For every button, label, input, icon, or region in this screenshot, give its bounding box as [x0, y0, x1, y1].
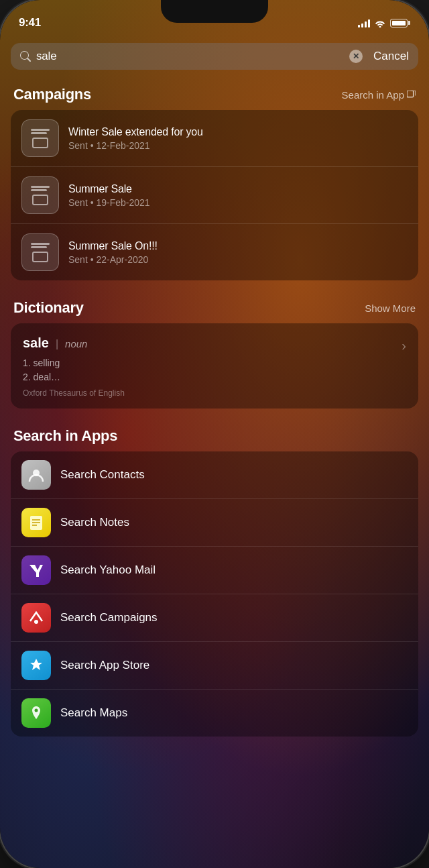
campaigns-app-icon [21, 603, 51, 633]
search-query[interactable]: sale [36, 50, 344, 63]
dictionary-def-2: 2. deal… [23, 370, 125, 384]
search-in-apps-header: Search in Apps [11, 419, 418, 451]
contacts-app-icon [21, 460, 51, 490]
app-label: Search App Store [60, 659, 149, 672]
dictionary-word-line: sale | noun [23, 335, 125, 351]
search-in-apps-card: Search Contacts Search Notes [11, 451, 418, 737]
wifi-icon [375, 19, 385, 28]
campaign-info: Winter Sale extended for you Sent • 12-F… [68, 126, 408, 151]
app-label: Search Campaigns [60, 611, 158, 625]
app-label: Search Contacts [60, 468, 145, 482]
campaign-icon [21, 119, 59, 157]
dictionary-divider: | [56, 338, 58, 350]
main-content: Campaigns Search in App [0, 78, 429, 774]
table-row[interactable]: Summer Sale On!!! Sent • 22-Apr-2020 [11, 223, 418, 280]
status-time: 9:41 [19, 16, 41, 30]
campaign-title: Summer Sale On!!! [68, 240, 408, 252]
app-label: Search Maps [60, 706, 127, 720]
campaign-title: Summer Sale [68, 183, 408, 195]
svg-point-6 [34, 620, 38, 624]
list-item[interactable]: Search Notes [11, 498, 418, 546]
campaigns-card: Winter Sale extended for you Sent • 12-F… [11, 110, 418, 280]
campaign-title: Winter Sale extended for you [68, 126, 408, 138]
dictionary-word: sale [23, 335, 49, 351]
svg-point-7 [35, 709, 38, 712]
dictionary-pos: noun [65, 338, 87, 349]
search-container: sale ✕ Cancel [0, 36, 429, 78]
dictionary-section-header: Dictionary Show More [11, 291, 418, 323]
list-item[interactable]: Search Campaigns [11, 594, 418, 641]
status-icons [358, 19, 410, 28]
list-item[interactable]: Search Contacts [11, 451, 418, 498]
search-clear-button[interactable]: ✕ [349, 50, 363, 63]
campaign-subtitle: Sent • 22-Apr-2020 [68, 254, 408, 265]
dictionary-def-1: 1. selling [23, 356, 125, 370]
app-label: Search Notes [60, 516, 129, 529]
search-cancel-button[interactable]: Cancel [368, 50, 409, 63]
search-in-apps-title: Search in Apps [13, 427, 117, 445]
dictionary-section-title: Dictionary [13, 299, 84, 317]
signal-icon [358, 19, 370, 28]
list-item[interactable]: Search App Store [11, 641, 418, 689]
svg-rect-0 [407, 91, 414, 97]
external-link-icon [407, 91, 416, 99]
maps-app-icon [21, 698, 51, 728]
app-label: Search Yahoo Mail [60, 563, 156, 577]
campaign-subtitle: Sent • 19-Feb-2021 [68, 197, 408, 208]
chevron-right-icon: › [402, 338, 406, 354]
app-store-icon [21, 651, 51, 680]
campaign-info: Summer Sale On!!! Sent • 22-Apr-2020 [68, 240, 408, 265]
table-row[interactable]: Winter Sale extended for you Sent • 12-F… [11, 110, 418, 166]
campaign-info: Summer Sale Sent • 19-Feb-2021 [68, 183, 408, 208]
search-icon [20, 51, 31, 62]
yahoo-mail-app-icon [21, 555, 51, 585]
notes-app-icon [21, 508, 51, 537]
dictionary-content: sale | noun 1. selling 2. deal… Oxford T… [23, 335, 125, 398]
campaign-icon [21, 176, 59, 214]
list-item[interactable]: Search Yahoo Mail [11, 546, 418, 594]
campaign-subtitle: Sent • 12-Feb-2021 [68, 140, 408, 151]
search-bar[interactable]: sale ✕ Cancel [11, 43, 418, 70]
campaigns-section-title: Campaigns [13, 86, 91, 103]
dictionary-card[interactable]: sale | noun 1. selling 2. deal… Oxford T… [11, 323, 418, 409]
campaigns-section-header: Campaigns Search in App [11, 78, 418, 110]
list-item[interactable]: Search Maps [11, 689, 418, 737]
battery-icon [390, 19, 410, 28]
table-row[interactable]: Summer Sale Sent • 19-Feb-2021 [11, 166, 418, 223]
campaigns-search-in-app[interactable]: Search in App [342, 89, 416, 101]
dictionary-show-more[interactable]: Show More [365, 303, 416, 314]
campaign-icon [21, 233, 59, 271]
dictionary-source: Oxford Thesaurus of English [23, 388, 125, 398]
